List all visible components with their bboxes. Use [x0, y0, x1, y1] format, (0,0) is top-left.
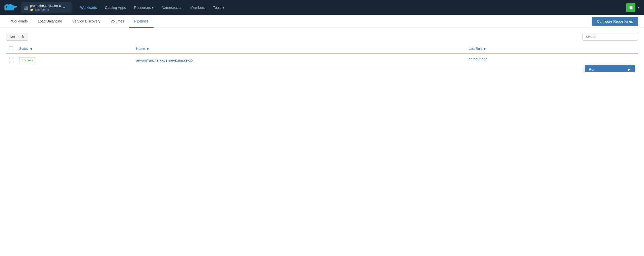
name-sort-icon [147, 48, 149, 50]
subnav-load-balancing[interactable]: Load Balancing [33, 15, 67, 28]
svg-rect-6 [15, 6, 17, 7]
select-all-checkbox[interactable] [9, 46, 13, 50]
subnav-workloads[interactable]: Workloads [6, 15, 33, 28]
nav-menu: Workloads Catalog Apps Resources ▾ Names… [77, 4, 626, 12]
status-badge: Success [19, 58, 35, 63]
sub-navigation: Workloads Load Balancing Service Discove… [0, 15, 644, 28]
name-column-header[interactable]: Name [133, 44, 465, 54]
svg-point-4 [6, 7, 7, 7]
user-avatar[interactable]: ◼ [626, 3, 635, 12]
table-body: Success anypm/rancher-pipeline-example-g… [6, 54, 638, 67]
resources-dropdown-icon: ▾ [152, 6, 154, 10]
main-content: Delete 🗑 Status Name [0, 28, 644, 72]
nav-members[interactable]: Members [187, 4, 209, 12]
cluster-project: 📁 cicd-demo [30, 8, 61, 12]
search-input[interactable] [582, 33, 638, 41]
nav-right: ◼ ▼ [626, 3, 640, 12]
run-icon: ▶ [628, 67, 631, 71]
row-more-button[interactable]: ⋮ [627, 57, 635, 64]
table-row: Success anypm/rancher-pipeline-example-g… [6, 54, 638, 67]
cluster-name: prometheus-cluster-x [30, 4, 61, 8]
subnav-pipelines[interactable]: Pipelines [129, 15, 154, 28]
status-sort-icon [30, 48, 32, 50]
select-all-header [6, 44, 16, 54]
subnav-service-discovery[interactable]: Service Discovery [67, 15, 105, 28]
last-run-cell: an hour ago ⋮ Run ▶ Edit Config ✎ [465, 54, 638, 67]
trash-icon: 🗑 [21, 35, 24, 39]
row-checkbox[interactable] [9, 58, 13, 62]
cluster-dropdown-icon: ▼ [63, 6, 65, 9]
cluster-selector[interactable]: ▦ prometheus-cluster-x 📁 cicd-demo ▼ [21, 2, 72, 13]
configure-repositories-button[interactable]: Configure Repositories [592, 17, 638, 26]
last-run-sort-icon [484, 48, 486, 50]
context-menu-run[interactable]: Run ▶ [585, 65, 635, 72]
top-navigation: ▦ prometheus-cluster-x 📁 cicd-demo ▼ Wor… [0, 0, 644, 15]
row-actions-container: ⋮ Run ▶ Edit Config ✎ [627, 57, 635, 64]
context-menu: Run ▶ Edit Config ✎ View/Edit YAML 📄 [584, 65, 635, 72]
svg-rect-2 [9, 4, 12, 7]
status-column-header[interactable]: Status [16, 44, 133, 54]
toolbar: Delete 🗑 [6, 33, 638, 41]
pipelines-table: Status Name Last Run [6, 44, 638, 67]
run-label: Run [589, 67, 595, 71]
nav-namespaces[interactable]: Namespaces [158, 4, 186, 12]
user-dropdown-icon[interactable]: ▼ [637, 6, 640, 9]
subnav-volumes[interactable]: Volumes [105, 15, 129, 28]
status-cell: Success [16, 54, 133, 67]
tools-dropdown-icon: ▾ [222, 6, 224, 10]
name-cell: anypm/rancher-pipeline-example-go [133, 54, 465, 67]
logo[interactable] [4, 3, 19, 13]
table-header: Status Name Last Run [6, 44, 638, 54]
pipeline-link[interactable]: anypm/rancher-pipeline-example-go [136, 58, 193, 62]
delete-button-label: Delete [10, 35, 19, 39]
nav-tools[interactable]: Tools ▾ [210, 4, 228, 12]
row-checkbox-cell [6, 54, 16, 67]
nav-workloads[interactable]: Workloads [77, 4, 100, 12]
last-run-value: an hour ago [469, 57, 487, 61]
delete-button[interactable]: Delete 🗑 [6, 33, 28, 41]
nav-catalog-apps[interactable]: Catalog Apps [101, 4, 129, 12]
last-run-column-header[interactable]: Last Run [465, 44, 638, 54]
nav-resources[interactable]: Resources ▾ [130, 4, 157, 12]
